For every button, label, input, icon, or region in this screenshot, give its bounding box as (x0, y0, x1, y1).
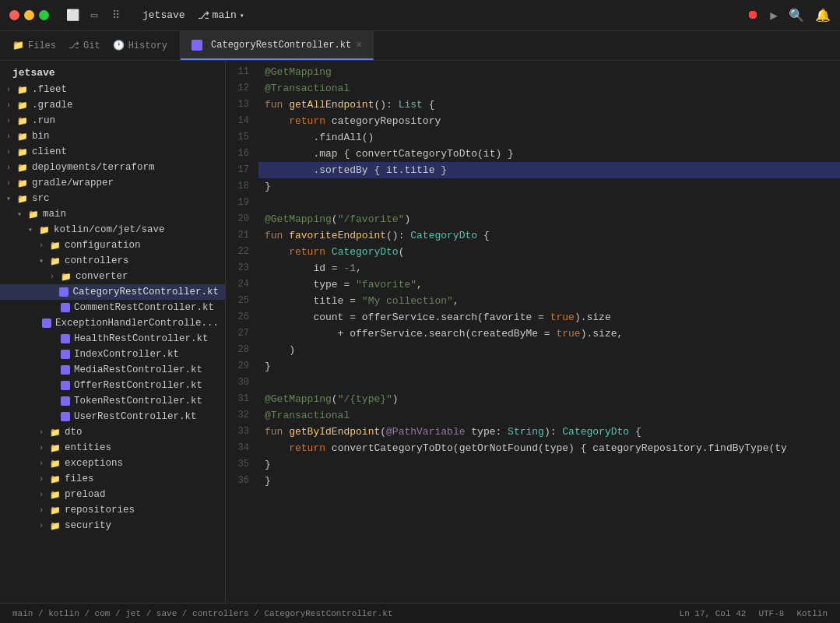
tree-item-CategoryRestController[interactable]: CategoryRestController.kt (0, 284, 225, 300)
code-area[interactable]: 1112131415161718192021222324252627282930… (226, 61, 840, 603)
code-line-27: + offerService.search(createdByMe = true… (258, 326, 840, 342)
line-number-21: 21 (232, 227, 249, 244)
token: ) (392, 393, 399, 405)
code-content[interactable]: @GetMapping@Transactionalfun getAllEndpo… (258, 61, 840, 603)
token: ( (380, 426, 386, 438)
tree-item-UserRestController[interactable]: UserRestController.kt (0, 409, 225, 424)
tree-item-MediaRestController[interactable]: MediaRestController.kt (0, 362, 225, 378)
line-number-29: 29 (232, 358, 249, 375)
folder-arrow: › (50, 273, 61, 281)
tree-item-src[interactable]: ▾📁src (0, 191, 225, 206)
code-line-34: return convertCategoryToDto(getOrNotFoun… (258, 440, 840, 456)
tree-item-repositories[interactable]: ›📁repositories (0, 502, 225, 518)
tree-item-OfferRestController[interactable]: OfferRestController.kt (0, 378, 225, 393)
tree-item-deployments[interactable]: ›📁deployments/terraform (0, 160, 225, 175)
folder-arrow: › (39, 428, 50, 437)
line-number-30: 30 (232, 375, 249, 391)
kt-icon (61, 350, 70, 359)
folder-icon: 📁 (50, 428, 61, 438)
folder-icon: 📁 (50, 521, 61, 531)
token: List (399, 99, 423, 111)
window-controls: ⬜ ▭ ⠿ (65, 8, 124, 23)
tree-item-dto[interactable]: ›📁dto (0, 424, 225, 440)
layout-icon[interactable]: ▭ (86, 8, 102, 23)
file-tab-active[interactable]: CategoryRestController.kt × (181, 31, 374, 60)
line-number-11: 11 (232, 64, 249, 80)
search-icon[interactable]: 🔍 (789, 8, 804, 23)
git-label: Git (83, 40, 100, 51)
tree-item-CommentRestController[interactable]: CommentRestController.kt (0, 300, 225, 315)
tree-item-exceptions[interactable]: ›📁exceptions (0, 456, 225, 471)
tree-item-gradlew[interactable]: ›📁gradle/wrapper (0, 175, 225, 191)
minimize-button[interactable] (24, 10, 34, 20)
tree-item-converter[interactable]: ›📁converter (0, 269, 225, 284)
token (265, 442, 289, 454)
code-line-11: @GetMapping (258, 64, 840, 80)
token: favoriteEndpoint (289, 230, 386, 241)
files-label: Files (28, 40, 56, 51)
close-button[interactable] (9, 10, 19, 20)
tree-item-bin[interactable]: ›📁bin (0, 128, 225, 144)
folder-arrow: › (39, 522, 50, 530)
file-tab-name: CategoryRestController.kt (211, 40, 351, 51)
tree-item-preload[interactable]: ›📁preload (0, 487, 225, 502)
tree-item-fleet[interactable]: ›📁.fleet (0, 82, 225, 97)
tree-item-entities[interactable]: ›📁entities (0, 440, 225, 456)
tree-item-controllers[interactable]: ▾📁controllers (0, 253, 225, 269)
tree-item-run[interactable]: ›📁.run (0, 113, 225, 128)
tree-item-files[interactable]: ›📁files (0, 471, 225, 487)
token: count = offerService.search(favorite = (265, 312, 550, 323)
git-tab[interactable]: ⎇ Git (69, 37, 100, 55)
folder-icon: 📁 (39, 225, 50, 235)
folder-arrow: › (39, 459, 50, 468)
tree-item-TokenRestController[interactable]: TokenRestController.kt (0, 393, 225, 409)
tree-item-label: client (32, 146, 67, 157)
tree-item-label: CategoryRestController.kt (72, 287, 219, 297)
bell-icon[interactable]: 🔔 (815, 8, 831, 23)
code-line-25: title = "My collection", (258, 293, 840, 309)
sidebar-toggle-icon[interactable]: ⬜ (65, 8, 80, 23)
tree-item-security[interactable]: ›📁security (0, 518, 225, 533)
code-line-26: count = offerService.search(favorite = t… (258, 309, 840, 326)
folder-icon: 📁 (50, 490, 61, 500)
code-line-14: return categoryRepository (258, 113, 840, 129)
tree-item-HealthRestController[interactable]: HealthRestController.kt (0, 331, 225, 347)
tree-item-IndexController[interactable]: IndexController.kt (0, 347, 225, 362)
line-number-22: 22 (232, 244, 249, 260)
code-line-36: } (258, 473, 840, 489)
kt-icon (61, 381, 70, 390)
line-number-31: 31 (232, 391, 249, 407)
tree-item-main[interactable]: ▾📁main (0, 206, 225, 222)
encoding: UTF-8 (758, 609, 784, 618)
tree-item-gradle[interactable]: ›📁.gradle (0, 97, 225, 113)
tree-item-label: main (43, 209, 66, 220)
token: , (356, 262, 362, 274)
history-label: History (128, 40, 167, 51)
tree-item-label: .run (32, 115, 55, 126)
line-number-27: 27 (232, 326, 249, 342)
grid-icon[interactable]: ⠿ (108, 8, 124, 23)
folder-icon: 📁 (50, 443, 61, 453)
folder-icon: 📁 (17, 194, 28, 204)
sidebar: jetsave ›📁.fleet›📁.gradle›📁.run›📁bin›📁cl… (0, 61, 226, 603)
branch-icon: ⎇ (198, 9, 209, 22)
kt-icon (61, 396, 70, 406)
history-tab[interactable]: 🕐 History (113, 37, 167, 55)
token: return (289, 115, 332, 127)
record-icon[interactable]: ⏺ (747, 8, 759, 23)
maximize-button[interactable] (39, 10, 49, 20)
nav-tabs: 📁 Files ⎇ Git 🕐 History (0, 31, 181, 60)
history-icon: 🕐 (113, 40, 125, 51)
tree-item-configuration[interactable]: ›📁configuration (0, 238, 225, 253)
code-line-35: } (258, 456, 840, 473)
tree-item-label: CommentRestController.kt (74, 302, 214, 313)
token: { (477, 230, 490, 241)
files-tab[interactable]: 📁 Files (12, 37, 56, 55)
tree-item-client[interactable]: ›📁client (0, 144, 225, 160)
play-icon[interactable]: ▶ (770, 8, 778, 23)
close-tab-icon[interactable]: × (356, 40, 362, 51)
tree-item-kotlin[interactable]: ▾📁kotlin/com/jet/save (0, 222, 225, 238)
branch-selector[interactable]: ⎇ main ▾ (198, 9, 244, 22)
tree-item-ExceptionHandlerController[interactable]: ExceptionHandlerControlle... (0, 315, 225, 331)
folder-icon: 📁 (17, 85, 28, 95)
